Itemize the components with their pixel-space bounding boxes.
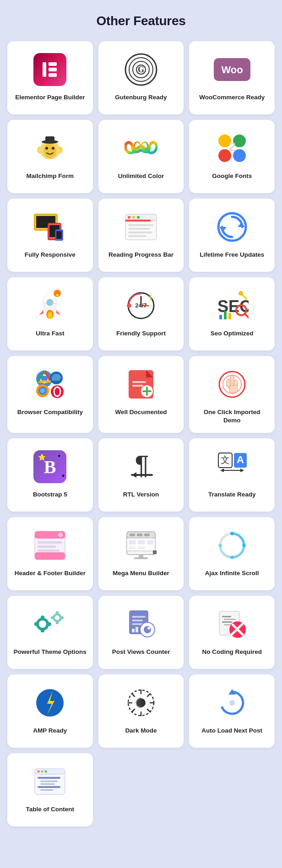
svg-marker-45	[219, 227, 227, 232]
feature-card-mega-menu: Mega Menu Builder	[98, 517, 184, 590]
auto-load-icon	[214, 685, 250, 721]
svg-text:∞: ∞	[132, 136, 149, 158]
svg-rect-119	[138, 540, 145, 545]
svg-rect-188	[40, 789, 53, 791]
feature-label-mega-menu: Mega Menu Builder	[113, 569, 169, 577]
svg-rect-17	[45, 136, 54, 143]
feature-label-google-fonts: Google Fonts	[212, 172, 252, 180]
svg-rect-32	[56, 231, 62, 239]
feature-card-elementor: Elementor Page Builder	[7, 41, 93, 114]
feature-label-documented: Well Documented	[115, 408, 167, 416]
svg-text:G: G	[138, 65, 144, 74]
lifetime-updates-icon	[214, 209, 250, 245]
svg-point-181	[38, 771, 40, 773]
svg-point-14	[45, 147, 48, 150]
svg-point-35	[128, 216, 130, 219]
feature-label-woocommerce: WooCommerce Ready	[199, 93, 265, 102]
feature-label-mailchimp: Mailchimp Form	[27, 172, 74, 180]
svg-rect-38	[125, 220, 151, 221]
svg-line-176	[132, 709, 135, 712]
feature-card-theme-options: Powerful Theme Options	[7, 596, 93, 669]
feature-card-ultra-fast: 🔥 Ultra Fast	[7, 277, 93, 350]
feature-label-translate: Translate Ready	[208, 491, 256, 499]
svg-text:🔥: 🔥	[54, 291, 60, 297]
table-content-icon	[32, 763, 68, 800]
svg-point-130	[242, 544, 246, 547]
mega-menu-icon	[123, 527, 159, 564]
feature-card-unlimited-color: ∞ Unlimited Color	[98, 120, 184, 193]
svg-point-129	[230, 532, 234, 535]
svg-rect-159	[224, 619, 236, 620]
feature-card-seo: SEO Seo Optimized	[189, 277, 275, 350]
svg-point-183	[45, 771, 47, 773]
translate-icon: 文 A	[214, 448, 250, 485]
bootstrap-icon: B ⭐ ✦ ✦	[32, 448, 68, 485]
svg-rect-187	[38, 786, 60, 788]
svg-point-72	[40, 388, 45, 393]
feature-card-rtl: ¶ RTL Version	[98, 438, 184, 512]
svg-rect-114	[130, 534, 135, 536]
feature-card-no-coding: No Coding Required	[189, 596, 275, 669]
rtl-icon: ¶	[123, 448, 159, 485]
svg-point-18	[37, 146, 43, 154]
svg-rect-81	[132, 381, 146, 383]
svg-rect-110	[38, 550, 60, 552]
feature-card-fully-responsive: Fully Responsive	[7, 199, 93, 272]
svg-text:文: 文	[221, 455, 230, 465]
gutenburg-icon: G	[123, 51, 159, 88]
svg-rect-121	[129, 546, 136, 549]
svg-rect-1	[43, 62, 46, 77]
feature-label-auto-load: Auto Load Next Post	[201, 727, 262, 735]
svg-text:A: A	[237, 454, 244, 465]
svg-text:⭐: ⭐	[38, 453, 46, 461]
svg-point-132	[218, 544, 222, 547]
svg-point-13	[43, 144, 56, 158]
feature-label-header-footer: Header & Footer Builder	[15, 569, 86, 577]
feature-card-browser: Browser Compatibility	[7, 356, 93, 433]
documented-icon	[123, 366, 159, 403]
feature-card-auto-load: Auto Load Next Post	[189, 674, 275, 748]
svg-point-153	[144, 626, 151, 633]
svg-rect-41	[128, 232, 152, 233]
svg-rect-39	[128, 224, 153, 226]
svg-point-111	[58, 533, 63, 537]
svg-rect-156	[136, 627, 138, 632]
feature-label-unlimited-color: Unlimited Color	[118, 172, 164, 180]
svg-rect-118	[129, 540, 136, 545]
svg-rect-62	[224, 311, 227, 319]
feature-label-ajax-scroll: Ajax Infinite Scroll	[205, 569, 259, 577]
svg-marker-104	[220, 469, 224, 472]
svg-rect-89	[229, 385, 238, 393]
feature-label-elementor: Elementor Page Builder	[15, 93, 85, 102]
friendly-support-icon: 24/7	[123, 287, 159, 324]
svg-marker-44	[238, 222, 245, 227]
svg-rect-4	[49, 73, 57, 77]
svg-text:2: 2	[228, 140, 236, 154]
svg-marker-97	[132, 472, 136, 478]
svg-point-49	[47, 299, 53, 306]
svg-rect-146	[61, 616, 64, 619]
seo-icon: SEO	[214, 287, 250, 324]
svg-rect-149	[132, 616, 146, 618]
svg-point-56	[127, 303, 131, 308]
svg-rect-115	[137, 534, 142, 536]
feature-label-bootstrap: Bootstrap 5	[33, 491, 67, 499]
feature-label-post-views: Post Views Counter	[112, 648, 170, 656]
feature-card-reading-progress: Reading Progress Bar	[98, 199, 184, 272]
svg-marker-57	[149, 293, 152, 302]
feature-label-ultra-fast: Ultra Fast	[36, 329, 64, 338]
amp-icon	[32, 685, 68, 721]
feature-card-ajax-scroll: Ajax Infinite Scroll	[189, 517, 275, 590]
svg-rect-2	[49, 62, 57, 66]
svg-line-174	[147, 709, 150, 712]
svg-rect-160	[222, 621, 232, 623]
svg-rect-63	[228, 313, 231, 319]
svg-text:Woo: Woo	[221, 64, 243, 75]
feature-label-seo: Seo Optimized	[211, 329, 254, 338]
feature-label-friendly-support: Friendly Support	[116, 329, 166, 338]
google-fonts-icon: 2 2	[214, 130, 250, 167]
svg-rect-185	[40, 781, 58, 782]
page-title: Other Features	[7, 14, 275, 28]
svg-rect-107	[35, 552, 65, 560]
svg-rect-124	[134, 557, 148, 559]
